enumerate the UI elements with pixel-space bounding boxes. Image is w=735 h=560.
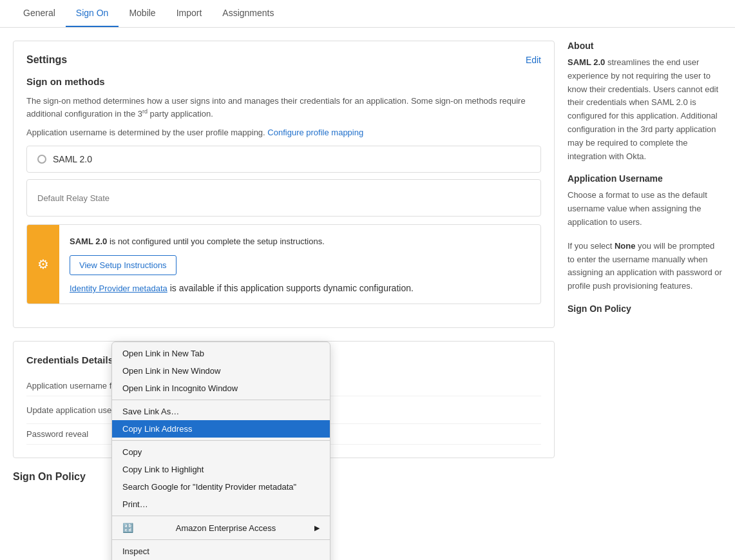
context-menu-label: Copy Link Address [122,424,192,434]
context-menu-label: Open Link in New Window [122,366,220,376]
context-menu-label: Save Link As… [122,407,179,416]
context-menu-divider [112,400,330,400]
context-menu-item-print[interactable]: Print… [112,496,330,503]
context-menu-item-save-link-as[interactable]: Save Link As… [112,403,330,420]
context-menu-label: Copy [122,447,142,457]
context-menu-item-copy-link-highlight[interactable]: Copy Link to Highlight [112,461,330,478]
context-menu-label: Open Link in New Tab [122,349,204,358]
context-menu-divider [112,440,330,441]
context-menu-label: Search Google for "Identity Provider met… [122,482,296,492]
context-menu-item-open-new-window[interactable]: Open Link in New Window [112,362,330,380]
context-menu-label: Copy Link to Highlight [122,465,204,474]
context-menu-item-copy[interactable]: Copy [112,443,330,461]
context-menu-label: Open Link in Incognito Window [122,383,238,393]
context-menu-overlay[interactable]: Open Link in New TabOpen Link in New Win… [0,0,735,503]
context-menu-item-copy-link-address[interactable]: Copy Link Address [112,420,330,438]
context-menu-item-open-incognito[interactable]: Open Link in Incognito Window [112,380,330,397]
context-menu-item-search-google[interactable]: Search Google for "Identity Provider met… [112,478,330,496]
context-menu-item-open-new-tab[interactable]: Open Link in New Tab [112,345,330,362]
context-menu: Open Link in New TabOpen Link in New Win… [111,342,330,503]
context-menu-label: Print… [122,499,148,503]
